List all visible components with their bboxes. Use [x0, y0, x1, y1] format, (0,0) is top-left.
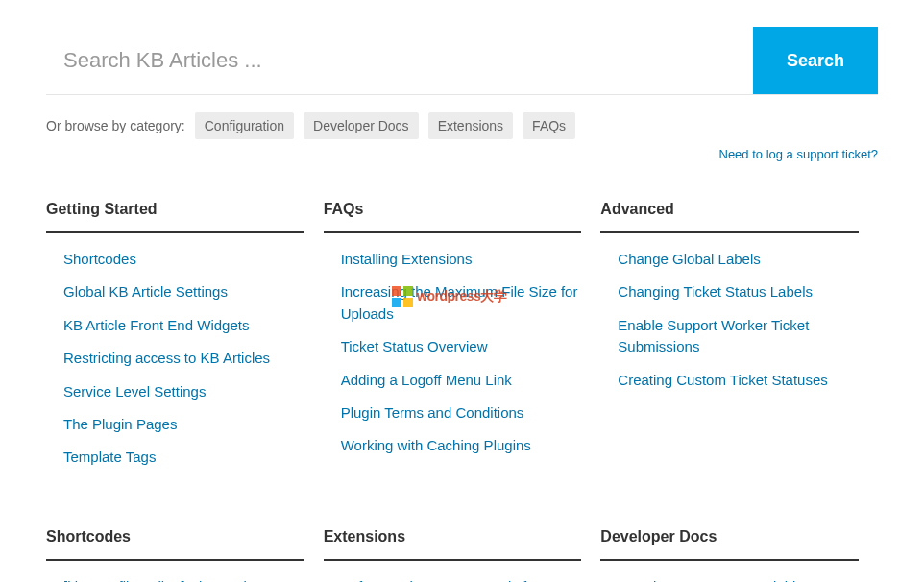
article-link[interactable]: Restricting access to KB Articles: [63, 350, 270, 366]
article-link[interactable]: Creating Custom Ticket Statuses: [618, 372, 827, 388]
col-extensions: Extensions Software License Renewals for…: [324, 528, 601, 582]
col-advanced: Advanced Change Global Labels Changing T…: [600, 201, 878, 480]
section-title: Shortcodes: [46, 528, 304, 561]
article-link[interactable]: Global KB Article Settings: [63, 283, 228, 300]
article-link[interactable]: Adding a Logoff Menu Link: [341, 372, 512, 388]
category-extensions[interactable]: Extensions: [428, 112, 513, 139]
article-link[interactable]: Enable Support Worker Ticket Submissions: [618, 317, 809, 354]
article-list: Installing Extensions Increasing the Max…: [324, 249, 582, 457]
article-link[interactable]: Ticket Status Overview: [341, 338, 488, 354]
kb-row-1: Getting Started Shortcodes Global KB Art…: [46, 201, 878, 480]
support-link-row: Need to log a support ticket?: [46, 145, 878, 162]
article-list: Creating Custom User Fields Plugin Exten…: [600, 576, 859, 582]
section-title: FAQs: [324, 201, 582, 233]
col-shortcodes: Shortcodes [kbs_profile_editor] Shortcod…: [46, 528, 324, 582]
search-button[interactable]: Search: [753, 27, 878, 94]
category-faqs[interactable]: FAQs: [523, 112, 575, 139]
article-link[interactable]: Template Tags: [63, 449, 156, 465]
section-title: Getting Started: [46, 201, 304, 233]
section-title: Developer Docs: [600, 528, 859, 561]
article-list: Change Global Labels Changing Ticket Sta…: [600, 249, 859, 391]
article-link[interactable]: The Plugin Pages: [63, 416, 177, 432]
article-list: [kbs_profile_editor] Shortcode [kbs_regi…: [46, 576, 304, 582]
col-faqs: FAQs Installing Extensions Increasing th…: [324, 201, 601, 480]
article-link[interactable]: KB Article Front End Widgets: [63, 317, 249, 333]
col-getting-started: Getting Started Shortcodes Global KB Art…: [46, 201, 324, 480]
article-link[interactable]: Increasing the Maximum File Size for Upl…: [341, 283, 578, 321]
article-list: Shortcodes Global KB Article Settings KB…: [46, 249, 304, 469]
category-developer-docs[interactable]: Developer Docs: [304, 112, 419, 139]
article-link[interactable]: Working with Caching Plugins: [341, 437, 531, 453]
search-input[interactable]: [46, 27, 753, 94]
article-link[interactable]: Software License Renewals for Extensions: [341, 578, 540, 582]
section-title: Advanced: [600, 201, 859, 233]
article-link[interactable]: Creating Custom User Fields: [618, 578, 803, 582]
article-list: Software License Renewals for Extensions: [324, 576, 582, 582]
article-link[interactable]: Installing Extensions: [341, 251, 473, 267]
article-link[interactable]: Changing Ticket Status Labels: [618, 283, 813, 300]
article-link[interactable]: Plugin Terms and Conditions: [341, 404, 524, 421]
article-link[interactable]: Service Level Settings: [63, 383, 206, 400]
kb-row-2: Shortcodes [kbs_profile_editor] Shortcod…: [46, 528, 878, 582]
article-link[interactable]: Shortcodes: [63, 251, 136, 267]
col-developer-docs: Developer Docs Creating Custom User Fiel…: [600, 528, 878, 582]
article-link[interactable]: [kbs_profile_editor] Shortcode: [63, 578, 255, 582]
browse-label: Or browse by category:: [46, 118, 185, 133]
article-link[interactable]: Change Global Labels: [618, 251, 760, 267]
category-configuration[interactable]: Configuration: [195, 112, 294, 139]
support-ticket-link[interactable]: Need to log a support ticket?: [719, 147, 879, 161]
browse-row: Or browse by category: Configuration Dev…: [46, 112, 878, 139]
section-title: Extensions: [324, 528, 582, 561]
search-bar: Search: [46, 27, 878, 95]
